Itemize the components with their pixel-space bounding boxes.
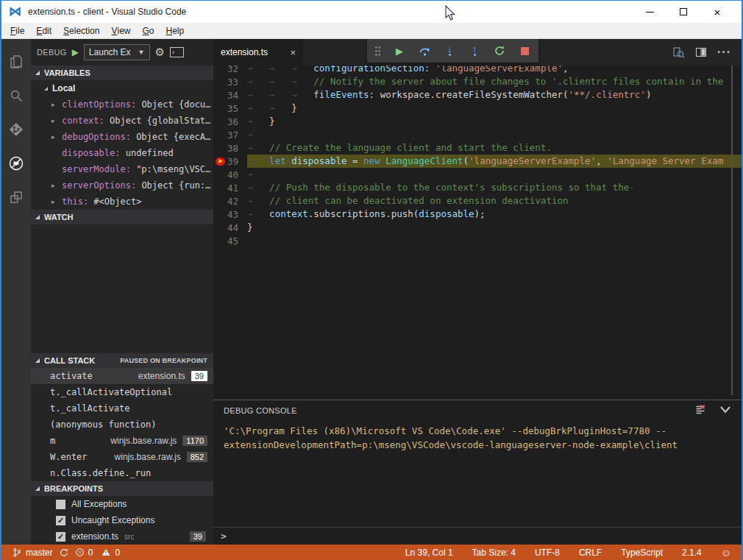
tab-size[interactable]: Tab Size: 4: [469, 547, 519, 558]
toolbar-drag-handle[interactable]: [374, 46, 381, 57]
sync-button[interactable]: [56, 545, 72, 560]
close-tab-icon[interactable]: ×: [290, 47, 296, 58]
variable-clientOptions[interactable]: ▸clientOptions: Object {docu…: [31, 96, 213, 113]
code-line-34[interactable]: 34→ → → fileEvents: workspace.createFile…: [213, 88, 742, 102]
encoding[interactable]: UTF-8: [532, 547, 563, 558]
ts-version[interactable]: 2.1.4: [679, 547, 705, 558]
clear-console-icon[interactable]: [694, 403, 706, 418]
step-over-button[interactable]: [418, 43, 431, 58]
variables-section-header[interactable]: VARIABLES: [31, 65, 213, 80]
code-line-33[interactable]: 33→ → → // Notify the server about file …: [213, 75, 742, 88]
maximize-button[interactable]: [666, 1, 700, 23]
editor-scrollbar[interactable]: [731, 65, 733, 395]
variable-serverOptions[interactable]: ▸serverOptions: Object {run:…: [31, 177, 213, 194]
search-icon[interactable]: [1, 79, 31, 113]
launch-config-select[interactable]: Launch Ex ▼: [84, 44, 150, 60]
line-number: 43: [227, 209, 247, 220]
code-line-35[interactable]: 35→ → }: [213, 102, 742, 115]
code-line-39[interactable]: 39→ let disposable = new LanguageClient(…: [213, 155, 742, 168]
breakpoint-checkbox[interactable]: [56, 500, 65, 509]
start-debugging-button[interactable]: ▶: [72, 47, 79, 57]
continue-button[interactable]: ▶: [393, 43, 406, 58]
code-line-42[interactable]: 42→ // client can be deactivated on exte…: [213, 194, 742, 208]
titlebar[interactable]: ⋈ extension.ts - client - Visual Studio …: [1, 1, 742, 23]
variable-debugOptions[interactable]: ▸debugOptions: Object {execA…: [31, 129, 213, 145]
breakpoint-checkbox[interactable]: ✓: [56, 532, 65, 542]
stack-frame[interactable]: activateextension.ts39: [31, 368, 213, 384]
split-editor-icon[interactable]: [695, 46, 707, 58]
variable-this[interactable]: ▸this: #<Object>: [31, 194, 213, 210]
open-debug-console-icon[interactable]: ›: [170, 47, 184, 57]
collapse-panel-chevron-icon[interactable]: [719, 404, 731, 417]
line-number: 41: [227, 182, 247, 194]
step-into-button[interactable]: ↓: [443, 43, 456, 58]
debug-console-panel: DEBUG CONSOLE 'C:\Program Files (x86)\Mi…: [213, 400, 742, 545]
call-stack-section-header[interactable]: CALL STACK PAUSED ON BREAKPOINT: [31, 353, 213, 368]
eol[interactable]: CRLF: [576, 547, 605, 558]
code-line-40[interactable]: 40→: [213, 168, 742, 181]
explorer-icon[interactable]: [1, 45, 31, 79]
line-number: 44: [227, 222, 247, 233]
line-number: 45: [227, 235, 247, 247]
stack-frame[interactable]: (anonymous function): [31, 417, 213, 433]
tab-extension-ts[interactable]: extension.ts ×: [213, 39, 303, 65]
breakpoint-item[interactable]: ✓extension.tssrc39: [31, 528, 213, 545]
menu-help[interactable]: Help: [160, 23, 191, 38]
restart-button[interactable]: [493, 43, 506, 58]
call-stack-list: activateextension.ts39t._callActivateOpt…: [31, 368, 213, 481]
git-branch-status[interactable]: master: [9, 545, 56, 560]
line-number: 32: [227, 65, 247, 74]
workbench: DEBUG ▶ Launch Ex ▼ ⚙ › VARIABLES Local …: [1, 39, 742, 545]
menu-file[interactable]: File: [4, 23, 30, 38]
open-preview-icon[interactable]: [672, 46, 685, 59]
menu-go[interactable]: Go: [136, 23, 160, 38]
watch-section-header[interactable]: WATCH: [31, 210, 213, 224]
code-line-38[interactable]: 38→ // Create the language client and st…: [213, 141, 742, 155]
breakpoint-item[interactable]: ✓Uncaught Exceptions: [31, 512, 213, 528]
step-out-button[interactable]: ↑: [468, 43, 481, 58]
code-editor[interactable]: 32→ → → configurationSection: 'languageS…: [213, 65, 742, 400]
code-line-32[interactable]: 32→ → → configurationSection: 'languageS…: [213, 65, 742, 75]
menu-edit[interactable]: Edit: [30, 23, 57, 38]
breakpoints-section-header[interactable]: BREAKPOINTS: [31, 481, 213, 496]
breakpoint-paused-icon[interactable]: [216, 157, 225, 166]
variable-context[interactable]: ▸context: Object {globalStat…: [31, 113, 213, 129]
stack-frame[interactable]: n.Class.define._run: [31, 465, 213, 481]
variable-serverModule[interactable]: serverModule: "p:\mseng\VSC…: [31, 161, 213, 177]
sync-icon: [59, 547, 69, 558]
debug-console-input[interactable]: >: [213, 527, 742, 545]
stack-frame[interactable]: W.enterwinjs.base.raw.js852: [31, 449, 213, 465]
close-button[interactable]: ×: [700, 1, 734, 23]
code-line-41[interactable]: 41→ // Push the disposable to the contex…: [213, 181, 742, 194]
vscode-window: ⋈ extension.ts - client - Visual Studio …: [0, 0, 743, 560]
stack-frame[interactable]: t._callActivate: [31, 400, 213, 417]
breakpoint-checkbox[interactable]: ✓: [56, 516, 65, 525]
code-line-45[interactable]: 45: [213, 234, 742, 247]
line-number: 33: [227, 77, 247, 88]
error-warning-status[interactable]: 0 0: [72, 545, 123, 560]
cursor-position[interactable]: Ln 39, Col 1: [402, 547, 456, 558]
stack-frame[interactable]: mwinjs.base.raw.js1170: [31, 433, 213, 449]
code-line-43[interactable]: 43→ context.subscriptions.push(disposabl…: [213, 208, 742, 221]
code-line-44[interactable]: 44}: [213, 221, 742, 234]
code-line-37[interactable]: 37→: [213, 128, 742, 141]
configure-launch-gear-icon[interactable]: ⚙: [155, 46, 165, 59]
debug-panel-title: DEBUG: [37, 48, 67, 57]
menu-selection[interactable]: Selection: [57, 23, 105, 38]
stack-frame[interactable]: t._callActivateOptional: [31, 384, 213, 400]
more-actions-icon[interactable]: ···: [717, 46, 731, 59]
scope-local[interactable]: Local: [31, 80, 213, 96]
stop-button[interactable]: [518, 43, 531, 58]
minimize-button[interactable]: [633, 1, 666, 23]
variables-title: VARIABLES: [44, 68, 90, 77]
source-control-icon[interactable]: [1, 113, 31, 146]
breakpoint-item[interactable]: All Exceptions: [31, 496, 213, 512]
debug-icon[interactable]: [1, 146, 31, 180]
line-number: 40: [227, 169, 247, 180]
feedback-smiley-icon[interactable]: ☺: [718, 545, 734, 560]
menu-view[interactable]: View: [105, 23, 136, 38]
code-line-36[interactable]: 36→ }: [213, 115, 742, 128]
extensions-icon[interactable]: [1, 180, 31, 214]
variable-disposable[interactable]: disposable: undefined: [31, 145, 213, 161]
language-mode[interactable]: TypeScript: [618, 547, 666, 558]
